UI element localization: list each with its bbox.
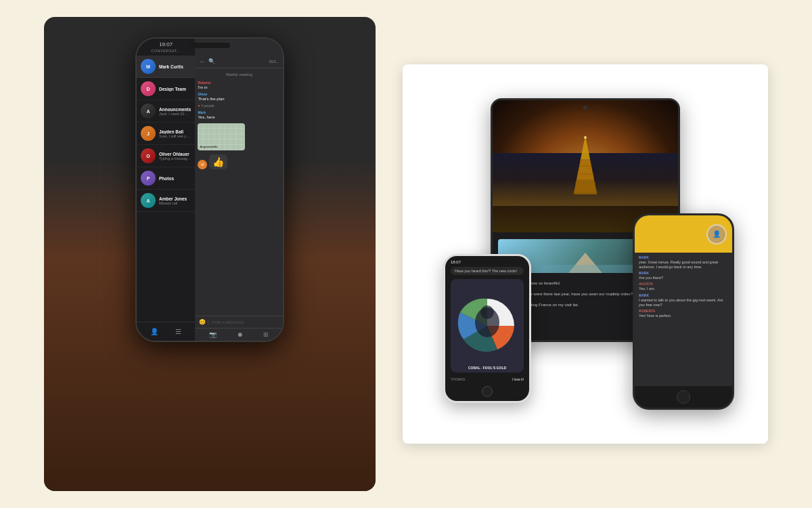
- svg-marker-0: [581, 135, 590, 159]
- group-label: Weekly meeting: [198, 71, 280, 78]
- svg-point-7: [584, 136, 587, 139]
- phone-notch: [189, 43, 230, 48]
- conv-item-jayden-ball[interactable]: J Jayden Ball Sure, I will see you in a …: [137, 123, 195, 145]
- input-placeholder[interactable]: TYPE A MESSAGE: [208, 320, 279, 324]
- lp-sender-roberta: ROBERTA: [639, 309, 728, 313]
- svg-marker-1: [577, 159, 594, 179]
- msg-sender-mark: Mark: [198, 110, 280, 114]
- conv-info-design-team: Design Team: [159, 87, 191, 91]
- sp-time: 18:07: [451, 260, 461, 264]
- sp-playback: THOMAS I love it!: [445, 375, 529, 383]
- lp-messages: MARK year. Great venue. Really good soun…: [635, 253, 732, 386]
- avatar-design-team: D: [141, 81, 156, 96]
- conv-info-mark-curtis: Mark Curtis: [159, 64, 191, 69]
- lp-msg-roberta: ROBERTA Yes! Now is perfect.: [639, 309, 728, 318]
- lp-avatar: 👤: [706, 224, 727, 245]
- camera-icon[interactable]: 📷: [209, 331, 217, 338]
- lp-text-roberta: Yes! Now is perfect.: [639, 314, 728, 318]
- conv-item-design-team[interactable]: D Design Team: [137, 78, 195, 100]
- conv-info-oliver-ohlauer: Oliver Ohlauer Typing a message...: [159, 152, 191, 161]
- lp-bottom-home: [635, 386, 732, 408]
- record-icon[interactable]: ⏺: [237, 331, 243, 338]
- msg-text-mark: Yes, here: [198, 115, 280, 119]
- tablet-camera: [583, 106, 587, 110]
- sidebar-bottom-nav: 👤 ☰: [137, 322, 195, 341]
- sp-bottom-icons: [445, 383, 529, 401]
- large-phone-frame: 👤 MARK year. Great venue. Really good so…: [633, 213, 734, 410]
- sp-bottom-msg: I love it!: [512, 377, 524, 381]
- sp-top-bar: 18:07: [445, 256, 529, 266]
- avatar-jayden-ball: J: [141, 126, 156, 141]
- sp-chat-bubble: Have you heard this?! The new circle!: [451, 267, 524, 275]
- lp-sender-mark: MARK: [639, 255, 728, 259]
- sp-home-icon[interactable]: [482, 386, 493, 397]
- msg-text-roberta: I'm in: [198, 85, 280, 89]
- tablet-image-top: [493, 100, 678, 232]
- chat-toolbar: 📷 ⏺ ⊞: [195, 328, 283, 341]
- sidebar-time: 19:07: [137, 39, 195, 49]
- conv-preview: Jack: I need 10 more min...: [159, 112, 191, 116]
- conv-item-oliver-ohlauer[interactable]: O Oliver Ohlauer Typing a message...: [137, 145, 195, 167]
- msg-text-oliver: That's the plan: [198, 97, 280, 101]
- msg-roberta: Roberta I'm in: [198, 81, 280, 89]
- svg-marker-2: [574, 179, 597, 193]
- svg-point-9: [480, 305, 494, 319]
- conversations-label: CONVERSAT...: [137, 49, 195, 56]
- sp-artwork: CORAL · FOOL'S GOLD: [451, 279, 524, 373]
- msg-map: Auguststraße: [198, 123, 245, 150]
- lp-sender-agosta: AGOSTA: [639, 282, 728, 286]
- conv-name: Oliver Ohlauer: [159, 152, 191, 156]
- lp-msg-mark-1: MARK year. Great venue. Really good soun…: [639, 255, 728, 270]
- conv-info-announcements: Announcments Jack: I need 10 more min...: [159, 107, 191, 116]
- avatar-amber-jones: A: [141, 193, 156, 208]
- lp-msg-agosta: AGOSTA Yes, I am.: [639, 282, 728, 291]
- left-panel: 19:07 CONVERSAT... M Mark Curtis: [44, 17, 376, 491]
- large-phone-screen: 👤 MARK year. Great venue. Really good so…: [635, 215, 732, 408]
- emoji-icon[interactable]: 😊: [199, 319, 206, 325]
- conv-item-announcements[interactable]: A Announcments Jack: I need 10 more min.…: [137, 100, 195, 123]
- chat-messages: Weekly meeting Roberta I'm in Oliver Tha…: [195, 68, 283, 316]
- avatar-oliver-ohlauer: O: [141, 148, 156, 163]
- conv-name: Announcments: [159, 107, 191, 112]
- conv-preview: Sure, I will see you in a bi...: [159, 134, 191, 138]
- conv-item-mark-curtis[interactable]: M Mark Curtis: [137, 56, 195, 78]
- map-label: Auguststraße: [200, 145, 217, 148]
- conv-item-photos[interactable]: P Photos: [137, 167, 195, 190]
- lp-sender-mark-3: MARK: [639, 293, 728, 297]
- lp-msg-mark-3: MARK I wanted to talk to you about the g…: [639, 293, 728, 308]
- conv-name: Photos: [159, 176, 191, 181]
- msg-sender-oliver: Oliver: [198, 92, 280, 96]
- msg-mia: M 👍: [198, 154, 280, 169]
- lp-text-mark-1: year. Great venue. Really good sound and…: [639, 260, 728, 270]
- app-sidebar: 19:07 CONVERSAT... M Mark Curtis: [137, 39, 195, 341]
- lp-header: 👤: [635, 215, 732, 253]
- heart-icon: ♥: [198, 104, 200, 108]
- svg-rect-3: [574, 192, 597, 194]
- avatar-mark-curtis: M: [141, 59, 156, 74]
- lp-msg-mark-2: MARK Are you there?: [639, 271, 728, 280]
- conv-name: Design Team: [159, 87, 191, 91]
- pie-chart-svg: [453, 292, 521, 360]
- msg-sender-roberta: Roberta: [198, 81, 280, 85]
- search-icon[interactable]: 🔍: [208, 58, 215, 64]
- back-icon[interactable]: ←: [199, 58, 206, 65]
- devices-container: ELIZABETH Paris last night. It was so be…: [423, 85, 748, 423]
- conv-info-jayden-ball: Jayden Ball Sure, I will see you in a bi…: [159, 129, 191, 138]
- profile-icon[interactable]: 👤: [150, 328, 158, 335]
- conv-name: Mark Curtis: [159, 64, 191, 69]
- lp-home-button[interactable]: [677, 390, 690, 404]
- phone-frame: 19:07 CONVERSAT... M Mark Curtis: [135, 37, 284, 342]
- avatar-mia: M: [198, 160, 207, 169]
- conv-name: Amber Jones: [159, 196, 191, 201]
- conv-info-photos: Photos: [159, 176, 191, 181]
- people-count-text: 4 people: [201, 104, 214, 108]
- lp-sender-mark-2: MARK: [639, 271, 728, 275]
- conv-item-amber-jones[interactable]: A Amber Jones Missed call: [137, 190, 195, 212]
- stack-icon[interactable]: ⊞: [263, 331, 269, 338]
- conv-preview: Missed call: [159, 201, 191, 205]
- small-phone-frame: 18:07 Have you heard this?! The new circ…: [443, 254, 531, 403]
- chat-input: 😊 TYPE A MESSAGE: [195, 316, 283, 328]
- right-panel: ELIZABETH Paris last night. It was so be…: [403, 64, 768, 444]
- msg-people-count: ♥ 4 people: [198, 104, 280, 108]
- menu-icon[interactable]: ☰: [175, 328, 181, 335]
